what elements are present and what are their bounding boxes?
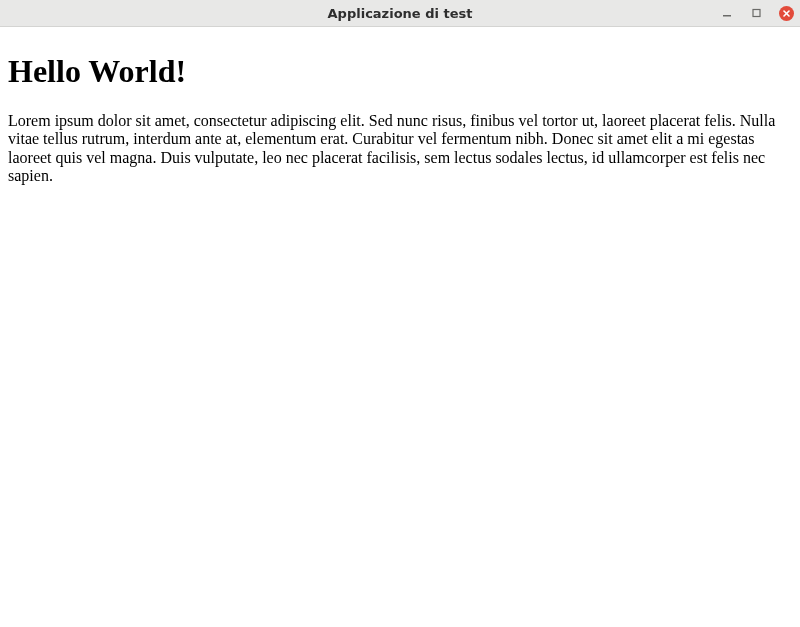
minimize-button[interactable] (719, 5, 735, 21)
content-area: Hello World! Lorem ipsum dolor sit amet,… (0, 27, 800, 194)
close-icon (782, 9, 791, 18)
page-heading: Hello World! (8, 53, 792, 90)
svg-rect-0 (723, 15, 731, 17)
maximize-button[interactable] (749, 5, 765, 21)
window-controls (719, 5, 794, 21)
minimize-icon (722, 8, 732, 18)
close-button[interactable] (779, 6, 794, 21)
maximize-icon (752, 8, 762, 18)
titlebar: Applicazione di test (0, 0, 800, 27)
window-title: Applicazione di test (328, 6, 473, 21)
svg-rect-1 (753, 10, 760, 17)
body-paragraph: Lorem ipsum dolor sit amet, consectetur … (8, 112, 792, 186)
